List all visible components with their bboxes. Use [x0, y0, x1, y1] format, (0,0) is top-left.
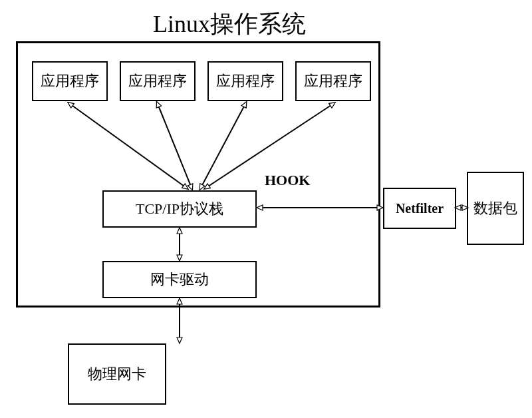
physical-nic-label: 物理网卡 [88, 364, 146, 384]
app-box-1: 应用程序 [32, 61, 108, 101]
packet-box: 数据包 [467, 172, 524, 245]
app-label-3: 应用程序 [216, 71, 275, 91]
tcpip-label: TCP/IP协议栈 [136, 199, 223, 219]
tcpip-stack-box: TCP/IP协议栈 [102, 190, 257, 228]
app-box-2: 应用程序 [120, 61, 196, 101]
netfilter-label: Netfilter [396, 201, 444, 216]
app-box-3: 应用程序 [207, 61, 283, 101]
netfilter-box: Netfilter [383, 188, 456, 229]
app-label-4: 应用程序 [304, 71, 362, 91]
app-box-4: 应用程序 [295, 61, 371, 101]
packet-label: 数据包 [473, 198, 517, 218]
hook-label: HOOK [265, 172, 310, 189]
nic-driver-box: 网卡驱动 [102, 261, 257, 298]
app-label-1: 应用程序 [41, 71, 99, 91]
app-label-2: 应用程序 [128, 71, 187, 91]
nic-driver-label: 网卡驱动 [150, 270, 209, 290]
diagram-title: Linux操作系统 [153, 8, 306, 41]
physical-nic-box: 物理网卡 [68, 343, 166, 405]
